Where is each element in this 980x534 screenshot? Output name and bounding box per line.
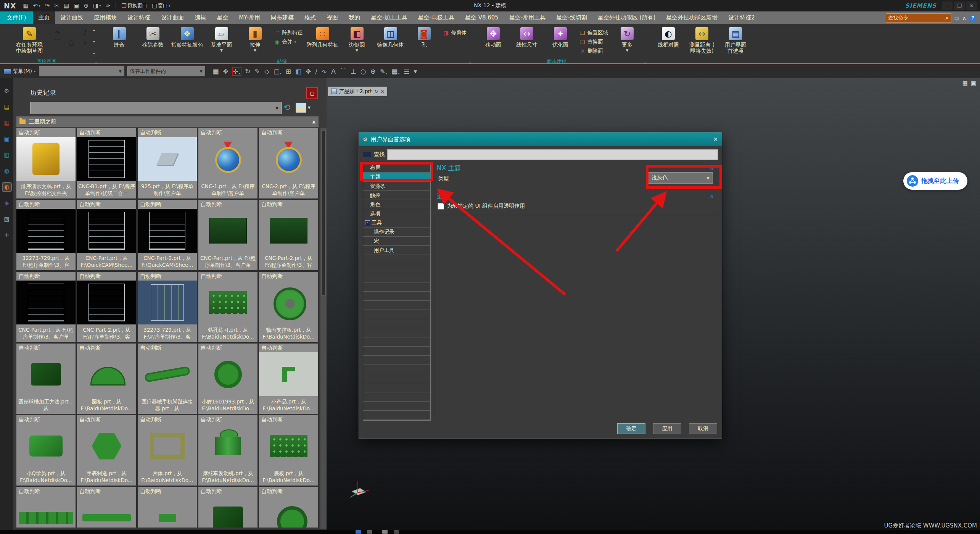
chevron-down-icon[interactable]: ▼ xyxy=(254,48,256,52)
chevron-down-icon[interactable]: ▾ xyxy=(294,40,296,44)
ribbon-options-icon[interactable]: ▭ xyxy=(954,15,959,21)
history-item[interactable]: 自动判断 xyxy=(198,487,257,528)
minimize-ribbon-icon[interactable]: ∧ xyxy=(962,15,966,21)
toolbar-icon[interactable]: ✥ xyxy=(222,67,229,76)
tree-item-用户工具[interactable]: 用户工具 xyxy=(363,246,430,255)
web-browser-icon[interactable]: ◍ xyxy=(3,167,11,175)
ribbon-button-替换面[interactable]: ❏替换面 xyxy=(579,39,608,45)
chevron-down-icon[interactable]: ▼ xyxy=(626,48,629,52)
collapse-icon[interactable]: ▲ xyxy=(312,119,315,124)
tree-item-角色[interactable]: 角色 xyxy=(363,200,430,209)
tab-星空外挂功能区 (所有)[interactable]: 星空外挂功能区 (所有) xyxy=(592,11,661,24)
process-studio-icon[interactable]: ◈ xyxy=(3,199,11,207)
history-item[interactable]: 自动判断CNC-Part-2.prt，从 F:\程序单制作\3、客 xyxy=(77,272,136,342)
collapse-chevron-icon[interactable]: ∧ xyxy=(710,193,714,200)
ribbon-button-移除参数[interactable]: ✂移除参数 xyxy=(136,26,170,48)
tab-星空外挂功能区新增[interactable]: 星空外挂功能区新增 xyxy=(661,11,723,24)
command-finder-input[interactable]: 查找命令⌕ xyxy=(886,13,951,23)
minimize-button[interactable]: ─ xyxy=(942,2,953,10)
ribbon-button-缝合[interactable]: ∥缝合 xyxy=(103,26,136,48)
history-item[interactable]: 自动判断医疗器械手机脚趾连接器.prt，从 xyxy=(138,344,197,414)
toolbar-icon[interactable]: ⊥ xyxy=(350,67,357,76)
toolbar-icon[interactable]: ▾ xyxy=(413,67,418,76)
ribbon-button-阵列几何特征[interactable]: ∷阵列几何特征 xyxy=(305,26,340,48)
tree-expander-icon[interactable]: - xyxy=(365,220,370,225)
history-item[interactable]: 自动判断轴向支撑板.prt，从 F:\BaiduNetdiskDo... xyxy=(259,272,318,342)
tab-file[interactable]: 文件(F) xyxy=(0,11,33,24)
copy-icon[interactable]: ▤ xyxy=(62,2,71,10)
ribbon-button-用户界面首选项[interactable]: ▤用户界面 首选项 xyxy=(719,26,752,54)
history-item[interactable]: 自动判断 xyxy=(16,487,76,528)
history-item[interactable]: 自动判断CNC-B1.prt，从 F:\程序单制作\优级二合一 xyxy=(77,128,136,198)
toolbar-icon[interactable]: ▦ xyxy=(212,67,220,76)
part-navigator-icon[interactable]: ▣ xyxy=(3,135,11,143)
document-tab[interactable]: 产品加工2.prt ↻ ✕ xyxy=(328,87,387,96)
chevron-down-icon[interactable]: ▼ xyxy=(308,106,311,110)
cancel-button[interactable]: 取消 xyxy=(689,423,717,434)
touch-icon[interactable]: ✛ xyxy=(3,231,11,239)
paste-icon[interactable]: ▣ xyxy=(72,2,80,10)
tree-item-触控[interactable]: 触控 xyxy=(363,191,430,200)
reuse-library-icon[interactable]: ▥ xyxy=(3,151,11,159)
selection-filter-combo[interactable]: ▼ xyxy=(39,66,124,76)
tab-设计特征[interactable]: 设计特征 xyxy=(122,11,156,24)
history-item[interactable]: 自动判断摩托车发动机.prt，从 F:\BaiduNetdiskDo... xyxy=(198,415,257,486)
history-item[interactable]: 自动判断CNC-1.prt，从 F:\程序单制作\客户单 xyxy=(198,128,257,198)
history-item[interactable]: 自动判断钻孔练习.prt，从 F:\BaiduNetdiskDo... xyxy=(198,272,257,342)
history-item[interactable]: 自动判断CNC-Part-2.prt，从 F:\程序单制作\3、客 xyxy=(259,200,318,270)
ribbon-button-线性尺寸[interactable]: ↔线性尺寸 xyxy=(510,26,544,48)
tree-item-宏[interactable]: 宏 xyxy=(363,237,430,246)
refresh-icon[interactable]: ⟲ xyxy=(283,103,290,112)
history-item[interactable]: 自动判断32273-729.prt，从 F:\程序单制作\3、客 xyxy=(16,200,76,270)
history-item[interactable]: 自动判断底板.prt，从 F:\BaiduNetdiskDo... xyxy=(259,415,318,486)
gallery-arrow-icon[interactable]: ▾ xyxy=(93,52,95,55)
ribbon-button-修剪体[interactable]: ◨修剪体 xyxy=(443,29,467,36)
history-item[interactable]: 自动判断圆形球槽加工方法.prt，从 xyxy=(16,344,76,414)
toolbar-icon[interactable]: ∿ xyxy=(321,67,328,76)
gallery-arrow-icon[interactable]: ▴ xyxy=(93,28,95,32)
ribbon-button-边倒圆[interactable]: ◧边倒圆▼ xyxy=(340,26,374,52)
history-icon[interactable]: ◐ xyxy=(3,183,11,191)
history-item[interactable]: 自动判断小辉1601993.prt，从 F:\BaiduNetdiskDo... xyxy=(198,344,257,414)
toolbar-icon[interactable]: ◇ xyxy=(264,67,270,76)
save-icon[interactable]: ▦ xyxy=(22,2,30,10)
assembly-navigator-icon[interactable]: ▤ xyxy=(3,103,11,111)
ribbon-button-在任务环境中绘制草图[interactable]: ✎在任务环境 中绘制草图 xyxy=(5,26,53,54)
ribbon-button-镜像几何体[interactable]: ◫镜像几何体 xyxy=(374,26,407,48)
tab-星空[interactable]: 星空 xyxy=(211,11,233,24)
switch-window-button[interactable]: ❐切换窗口 xyxy=(120,2,148,10)
sketch-tool-icon[interactable]: + xyxy=(81,38,89,47)
history-item[interactable]: 自动判断 xyxy=(138,487,197,528)
toolbar-icon[interactable]: A xyxy=(330,67,336,76)
tab-设计曲面[interactable]: 设计曲面 xyxy=(156,11,189,24)
find-input[interactable] xyxy=(387,149,718,160)
undo-icon[interactable]: ↶▾ xyxy=(32,2,42,10)
tab-应用模块[interactable]: 应用模块 xyxy=(89,11,122,24)
history-group-header[interactable]: 三星期之前 ▲ xyxy=(16,116,319,127)
toolbar-icon[interactable]: ✛▾ xyxy=(232,67,241,76)
tab-编辑[interactable]: 编辑 xyxy=(189,11,211,24)
ribbon-button-孔[interactable]: ◙孔 xyxy=(407,26,441,48)
ribbon-button-基准平面[interactable]: ▱基准平面▼ xyxy=(205,26,238,52)
history-item[interactable]: 自动判断手表制造.prt，从 F:\BaiduNetdiskDo... xyxy=(77,415,136,486)
history-item[interactable]: 自动判断CNC-Part.prt，从 F:\QuickCAM\Shee... xyxy=(77,200,136,270)
toolbar-icon[interactable]: ○ xyxy=(360,67,367,76)
tab-星空 V8.605[interactable]: 星空 V8.605 xyxy=(460,11,504,24)
tab-星空-加工工具[interactable]: 星空-加工工具 xyxy=(365,11,412,24)
maximize-button[interactable]: ❐ xyxy=(954,2,965,10)
dimension-icon[interactable]: ⊕ xyxy=(82,2,90,10)
sketch-tool-icon[interactable]: ▭ xyxy=(67,28,76,36)
tab-星空-常用工具[interactable]: 星空-常用工具 xyxy=(504,11,551,24)
tab-主页[interactable]: 主页 xyxy=(33,11,55,24)
ribbon-button-拉伸[interactable]: ▮拉伸▼ xyxy=(238,26,272,52)
selection-scope-combo[interactable]: 仅在工作部件内 ▼ xyxy=(127,66,205,76)
history-item[interactable]: 自动判断 xyxy=(77,487,136,528)
ribbon-button-线框对照[interactable]: ◐线框对照 xyxy=(652,26,685,48)
roles-icon[interactable]: ⚙ xyxy=(3,87,11,95)
toolbar-icon[interactable]: ✥ xyxy=(305,67,312,76)
sketch-tool-icon[interactable]: ○ xyxy=(67,38,76,47)
history-item[interactable]: 自动判断CNC-Part.prt，从 F:\程序单制作\3、客户单 xyxy=(16,272,76,342)
upload-drop-button[interactable]: 拖拽至此上传 xyxy=(903,172,967,190)
close-tab-icon[interactable]: ✕ xyxy=(380,89,384,94)
grid-icon[interactable]: ▦ xyxy=(962,80,968,87)
